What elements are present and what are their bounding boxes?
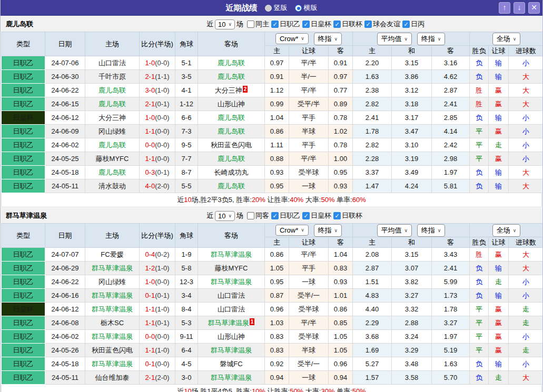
checkbox-checked-icon[interactable]: ✓	[402, 21, 410, 28]
scope-select[interactable]: 全场∨	[492, 224, 521, 237]
team-label: 山口雷法	[98, 59, 126, 67]
bookmaker-select[interactable]: Crow*∨	[275, 225, 309, 236]
league-filter[interactable]: ✓日联杯	[333, 19, 362, 29]
match-date: 24-06-02	[45, 330, 85, 344]
crow-handicap: 一球	[289, 275, 329, 289]
bookmaker-select-value: Crow*	[280, 35, 298, 43]
checkbox-checked-icon[interactable]: ✓	[333, 212, 341, 219]
bookmaker-select[interactable]: Crow*∨	[275, 33, 309, 44]
checkbox-checked-icon[interactable]: ✓	[333, 21, 341, 28]
result-outcome: 负	[470, 371, 489, 385]
away-team: 大分三神2	[198, 84, 265, 97]
vertical-layout-radio[interactable]: 竖版	[265, 3, 288, 13]
crow-handicap: 平手	[289, 138, 329, 152]
checkbox-checked-icon[interactable]: ✓	[302, 21, 310, 28]
match-date: 24-05-18	[45, 166, 85, 179]
checkbox-checked-icon[interactable]: ✓	[302, 212, 310, 219]
same-venue-filter[interactable]: 同客	[247, 211, 269, 220]
scope-select[interactable]: 全场∨	[492, 33, 521, 45]
avg-away-odds: 5.99	[432, 275, 470, 289]
league-filter[interactable]: ✓日职乙	[271, 19, 300, 29]
crow-away-odds: 1.00	[329, 152, 353, 166]
fulltime-score: 1-1	[145, 127, 155, 135]
fulltime-score: 1-1	[145, 155, 155, 163]
match-count-select[interactable]: 10 ∨	[215, 211, 235, 221]
corner-score: 3-0	[175, 371, 198, 385]
checkbox-checked-icon[interactable]: ✓	[271, 212, 279, 219]
checkbox-checked-icon[interactable]: ✓	[364, 21, 372, 28]
checkbox-unchecked-icon[interactable]	[247, 212, 254, 219]
fulltime-score: 1-0	[145, 114, 155, 122]
avg-away-odds: 2.41	[432, 97, 470, 111]
odds-time-select[interactable]: 终指∨	[314, 224, 342, 237]
corner-score: 4-1	[175, 84, 198, 97]
horizontal-layout-radio[interactable]: 横版	[295, 3, 318, 13]
move-up-button[interactable]: ↑	[499, 2, 510, 14]
result-handicap: 赢	[489, 152, 509, 166]
match-date: 24-05-11	[45, 371, 85, 385]
radio-unselected-icon[interactable]	[265, 5, 272, 12]
match-count-select[interactable]: 10 ∨	[215, 19, 235, 29]
average-select[interactable]: 平均值∨	[377, 224, 412, 237]
average-select[interactable]: 平均值∨	[377, 33, 412, 45]
odds-time-select[interactable]: 终指∨	[314, 33, 342, 45]
close-button[interactable]: ✕	[528, 2, 540, 14]
chevron-down-icon: ∨	[301, 36, 304, 41]
league-filters: ✓日职乙✓日皇杯✓日联杯	[269, 211, 362, 220]
near-label: 近	[206, 211, 213, 220]
league-filter[interactable]: ✓球会友谊	[364, 19, 400, 29]
match-row: 日职乙24-06-09冈山绿雉1-1(0-0)7-3鹿儿岛联0.86半球1.02…	[2, 125, 543, 138]
team-label: 鹿儿岛联	[98, 100, 126, 108]
same-venue-filter[interactable]: 同主	[247, 19, 269, 29]
match-score: 1-1(0-1)	[140, 316, 175, 330]
avg-draw-odds: 3.82	[392, 275, 432, 289]
odds-time-select[interactable]: 终指∨	[417, 33, 446, 45]
move-down-button[interactable]: ↓	[514, 2, 525, 14]
sub-col: 胜负	[470, 237, 489, 248]
league-filter[interactable]: ✓日皇杯	[302, 211, 331, 220]
match-row: 日职乙24-06-02鹿儿岛联0-0(0-0)9-5秋田蓝色闪电1.11平手0.…	[2, 138, 543, 152]
checkbox-unchecked-icon[interactable]	[247, 21, 254, 28]
league-filter[interactable]: ✓日联杯	[333, 211, 362, 220]
sub-col: 客	[432, 237, 470, 248]
radio-selected-icon[interactable]	[295, 5, 302, 12]
result-handicap: 输	[489, 70, 509, 84]
avg-away-odds: 5.81	[432, 179, 470, 193]
result-outcome: 负	[470, 357, 489, 371]
result-outcome: 平	[470, 125, 489, 138]
home-team: 群马草津温泉	[85, 262, 140, 275]
match-row: 日职乙24-05-26秋田蓝色闪电1-1(1-0)6-4群马草津温泉0.83半球…	[2, 344, 543, 357]
corner-score: 5-1	[175, 56, 198, 70]
avg-home-odds: 1.51	[353, 275, 392, 289]
team-label: 群马草津温泉	[211, 250, 252, 258]
match-score: 1-0(0-0)	[140, 56, 175, 70]
away-team: 山口雷法	[198, 289, 265, 303]
league-filter[interactable]: ✓日皇杯	[302, 19, 331, 29]
result-goals: 小	[509, 138, 543, 152]
match-row: 日皇杯24-06-12群马草津温泉1-1(1-0)8-4山口雷法0.96受半球0…	[2, 303, 543, 316]
away-team: 山口雷法	[198, 303, 265, 316]
league-filter[interactable]: ✓日职乙	[271, 211, 300, 220]
home-team: 栃木SC	[85, 316, 140, 330]
sub-col: 让球	[489, 46, 509, 56]
match-score: 2-1(1-1)	[140, 70, 175, 84]
odds-time-select[interactable]: 终指∨	[417, 224, 446, 237]
sub-col: 客	[329, 46, 353, 56]
team-label: 秋田蓝色闪电	[92, 346, 133, 354]
match-date: 24-06-29	[45, 262, 85, 275]
league-filter[interactable]: ✓日丙	[402, 19, 424, 29]
home-team: 群马草津温泉	[85, 289, 140, 303]
crow-away-odds: 0.83	[329, 262, 353, 275]
checkbox-checked-icon[interactable]: ✓	[271, 21, 279, 28]
league-filter-label: 日联杯	[342, 211, 362, 220]
odds-time-select-value: 终指	[318, 226, 332, 235]
match-score: 1-1(1-0)	[140, 303, 175, 316]
average-select-value: 平均值	[381, 34, 402, 44]
crow-home-odds: 0.97	[265, 56, 289, 70]
halftime-score: (0-1)	[155, 100, 169, 108]
filter-group: 近 10 ∨ 场 同主 ✓日职乙✓日皇杯✓日联杯✓球会友谊✓日丙	[205, 16, 424, 32]
result-goals: 小	[509, 289, 543, 303]
fulltime-score: 1-0	[145, 278, 155, 286]
team-label: 藤枝MYFC	[215, 264, 248, 272]
titlebar: 近期战绩 竖版 横版 ↑ ↓ ✕	[1, 0, 542, 16]
